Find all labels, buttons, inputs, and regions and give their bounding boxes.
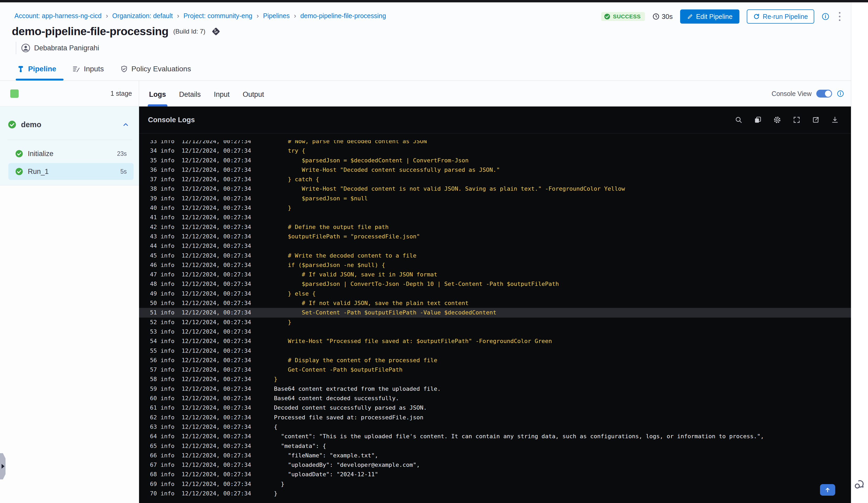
log-line-number[interactable]: 42 [147,222,157,232]
log-line[interactable]: 62info12/12/2024, 00:27:34Processed file… [139,413,851,422]
log-line-number[interactable]: 66 [147,451,157,460]
log-line-number[interactable]: 61 [147,403,157,412]
log-line-number[interactable]: 62 [147,413,157,422]
step-row[interactable]: Run_1 5s [8,163,134,180]
log-line[interactable]: 33info12/12/2024, 00:27:34 # Now, parse … [139,140,851,146]
log-line[interactable]: 65info12/12/2024, 00:27:34 "metadata": { [139,441,851,451]
log-line[interactable]: 66info12/12/2024, 00:27:34 "fileName": "… [139,451,851,460]
fullscreen-icon[interactable] [793,116,800,124]
log-line-number[interactable]: 65 [147,441,157,451]
log-line-number[interactable]: 34 [147,146,157,156]
log-line[interactable]: 38info12/12/2024, 00:27:34 Write-Host "D… [139,184,851,193]
more-options-menu[interactable] [837,11,843,22]
log-line-number[interactable]: 46 [147,260,157,270]
log-line-number[interactable]: 40 [147,203,157,213]
log-line-number[interactable]: 54 [147,336,157,346]
log-line[interactable]: 41info12/12/2024, 00:27:34 [139,213,851,222]
log-line[interactable]: 61info12/12/2024, 00:27:34Decoded conten… [139,403,851,412]
log-line-number[interactable]: 53 [147,327,157,336]
breadcrumb-pipelines[interactable]: Pipelines [263,12,289,20]
log-line-number[interactable]: 36 [147,165,157,175]
log-line[interactable]: 54info12/12/2024, 00:27:34 Write-Host "P… [139,336,851,346]
log-line-number[interactable]: 64 [147,432,157,441]
log-line-number[interactable]: 43 [147,232,157,241]
log-line[interactable]: 36info12/12/2024, 00:27:34 Write-Host "D… [139,165,851,175]
log-line[interactable]: 57info12/12/2024, 00:27:34 Get-Content -… [139,365,851,375]
log-line[interactable]: 67info12/12/2024, 00:27:34 "uploadedBy":… [139,460,851,470]
log-line-number[interactable]: 56 [147,356,157,365]
tab-details[interactable]: Details [176,91,205,106]
log-line-number[interactable]: 51 [147,308,157,317]
log-line-number[interactable]: 50 [147,298,157,308]
support-chat-icon[interactable] [853,478,866,491]
log-line[interactable]: 51info12/12/2024, 00:27:34 Set-Content -… [139,308,851,317]
log-line[interactable]: 52info12/12/2024, 00:27:34 } [139,317,851,327]
log-line[interactable]: 50info12/12/2024, 00:27:34 # If not vali… [139,298,851,308]
log-line[interactable]: 69info12/12/2024, 00:27:34 } [139,479,851,489]
log-viewport[interactable]: 33info12/12/2024, 00:27:34 # Now, parse … [139,140,851,503]
log-line[interactable]: 63info12/12/2024, 00:27:34{ [139,422,851,432]
settings-gear-icon[interactable] [773,116,782,124]
search-icon[interactable] [735,116,743,124]
tab-logs[interactable]: Logs [145,91,170,106]
tab-inputs[interactable]: Inputs [72,61,104,81]
log-line-number[interactable]: 48 [147,279,157,289]
download-icon[interactable] [831,116,839,124]
log-line[interactable]: 56info12/12/2024, 00:27:34 # Display the… [139,356,851,365]
log-line[interactable]: 43info12/12/2024, 00:27:34 $outputFilePa… [139,232,851,241]
log-line[interactable]: 53info12/12/2024, 00:27:34 [139,327,851,336]
log-line-number[interactable]: 37 [147,175,157,184]
breadcrumb-current-pipeline[interactable]: demo-pipeline-file-processing [300,12,386,20]
rerun-pipeline-button[interactable]: Re-run Pipeline [747,9,814,24]
log-line[interactable]: 39info12/12/2024, 00:27:34 $parsedJson =… [139,194,851,203]
breadcrumb-account[interactable]: Account: app-harness-ng-cicd [14,12,102,20]
log-line-number[interactable]: 57 [147,365,157,375]
log-line[interactable]: 42info12/12/2024, 00:27:34 # Define the … [139,222,851,232]
log-line[interactable]: 44info12/12/2024, 00:27:34 [139,241,851,251]
info-icon[interactable] [837,90,844,97]
tab-pipeline[interactable]: Pipeline [16,61,57,81]
log-line-number[interactable]: 45 [147,251,157,260]
log-line-number[interactable]: 44 [147,241,157,251]
log-line[interactable]: 58info12/12/2024, 00:27:34} [139,375,851,384]
step-row[interactable]: Initialize 23s [8,147,134,160]
log-line-number[interactable]: 47 [147,270,157,279]
log-line-number[interactable]: 69 [147,479,157,489]
console-view-toggle[interactable] [816,90,832,97]
log-line[interactable]: 47info12/12/2024, 00:27:34 # If valid JS… [139,270,851,279]
info-icon[interactable] [822,13,829,20]
log-line[interactable]: 40info12/12/2024, 00:27:34 } [139,203,851,213]
log-line-number[interactable]: 63 [147,422,157,432]
log-line[interactable]: 68info12/12/2024, 00:27:34 "uploadDate":… [139,470,851,479]
log-line[interactable]: 49info12/12/2024, 00:27:34 } else { [139,289,851,298]
log-line-number[interactable]: 55 [147,346,157,356]
log-line-number[interactable]: 35 [147,156,157,165]
log-line[interactable]: 60info12/12/2024, 00:27:34Base64 content… [139,394,851,403]
log-line-number[interactable]: 49 [147,289,157,298]
log-line[interactable]: 46info12/12/2024, 00:27:34 if ($parsedJs… [139,260,851,270]
log-line[interactable]: 37info12/12/2024, 00:27:34 } catch { [139,175,851,184]
open-in-new-icon[interactable] [812,116,820,124]
log-line[interactable]: 45info12/12/2024, 00:27:34 # Write the d… [139,251,851,260]
log-line-number[interactable]: 33 [147,140,157,146]
log-line[interactable]: 70info12/12/2024, 00:27:34} [139,489,851,498]
edit-pipeline-button[interactable]: Edit Pipeline [680,9,740,24]
log-line-number[interactable]: 60 [147,394,157,403]
log-line-number[interactable]: 68 [147,470,157,479]
tab-input[interactable]: Input [210,91,233,106]
breadcrumb-organization[interactable]: Organization: default [112,12,173,20]
log-line[interactable]: 55info12/12/2024, 00:27:34 [139,346,851,356]
log-line[interactable]: 34info12/12/2024, 00:27:34 try { [139,146,851,156]
tab-output[interactable]: Output [239,91,268,106]
log-line[interactable]: 35info12/12/2024, 00:27:34 $parsedJson =… [139,156,851,165]
tab-policy-evaluations[interactable]: Policy Evaluations [120,61,192,81]
log-line-number[interactable]: 41 [147,213,157,222]
log-line[interactable]: 64info12/12/2024, 00:27:34 "content": "T… [139,432,851,441]
expand-drawer-handle[interactable] [0,453,6,479]
chevron-up-icon[interactable] [122,121,130,128]
log-line-number[interactable]: 59 [147,384,157,394]
log-line-number[interactable]: 70 [147,489,157,498]
log-line[interactable]: 48info12/12/2024, 00:27:34 $parsedJson |… [139,279,851,289]
log-line-number[interactable]: 39 [147,194,157,203]
log-line-number[interactable]: 38 [147,184,157,193]
